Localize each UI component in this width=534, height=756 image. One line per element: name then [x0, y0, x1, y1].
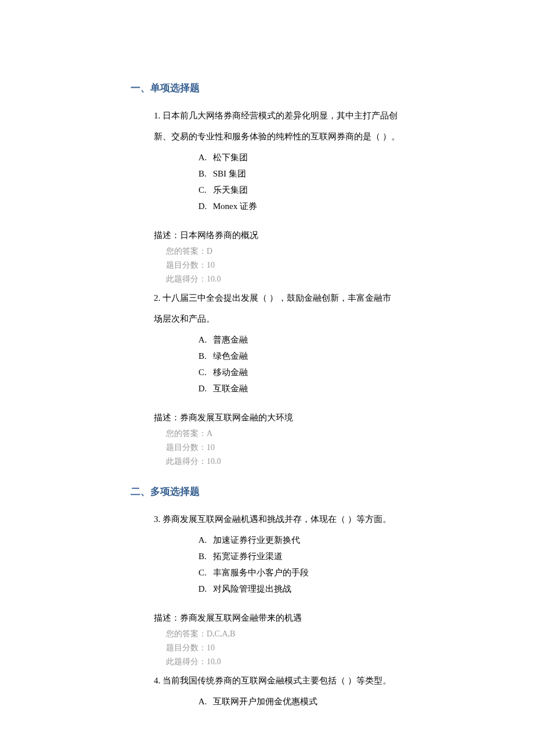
q1-description: 描述：日本网络券商的概况: [154, 227, 534, 243]
q3-option-a: A. 加速证券行业更新换代: [194, 532, 534, 548]
q1-your-answer: 您的答案：D: [166, 244, 534, 258]
opt-letter-d: D.: [194, 581, 211, 597]
section-1-heading: 一、单项选择题: [131, 81, 534, 95]
q4-text: 4. 当前我国传统券商的互联网金融模式主要包括（ ）等类型。: [154, 672, 400, 689]
q3-meta: 您的答案：D,C,A,B 题目分数：10 此题得分：10.0: [166, 627, 534, 669]
opt-letter-d: D.: [194, 380, 211, 397]
q1-option-c: C. 乐天集团: [194, 182, 534, 198]
q2-option-c-text: 移动金融: [213, 368, 248, 377]
q2-option-c: C. 移动金融: [194, 364, 534, 380]
q2-got: 此题得分：10.0: [166, 455, 534, 469]
section-2-heading: 二、多项选择题: [131, 485, 534, 498]
opt-letter-c: C.: [194, 564, 211, 581]
q1-option-d-text: Monex 证券: [213, 201, 257, 211]
q3-your-answer: 您的答案：D,C,A,B: [166, 627, 534, 641]
q1-score: 题目分数：10: [166, 258, 534, 272]
q2-option-b: B. 绿色金融: [194, 348, 534, 364]
q3-option-b: B. 拓宽证券行业渠道: [194, 548, 534, 564]
q1-option-d: D. Monex 证券: [194, 198, 534, 214]
q3-option-d: D. 对风险管理提出挑战: [194, 581, 534, 597]
opt-letter-a: A.: [194, 693, 211, 710]
q1-options: A. 松下集团 B. SBI 集团 C. 乐天集团 D. Monex 证券: [194, 149, 534, 214]
q1-option-b-text: SBI 集团: [213, 169, 246, 178]
q3-description: 描述：券商发展互联网金融带来的机遇: [154, 610, 534, 626]
q2-description: 描述：券商发展互联网金融的大环境: [154, 409, 534, 426]
q2-option-b-text: 绿色金融: [213, 351, 248, 361]
q2-meta: 您的答案：A 题目分数：10 此题得分：10.0: [166, 427, 534, 469]
q3-option-a-text: 加速证券行业更新换代: [213, 535, 300, 545]
q3-got: 此题得分：10.0: [166, 655, 534, 669]
q1-text-line1: 1. 日本前几大网络券商经营模式的差异化明显，其中主打产品创: [154, 107, 400, 124]
q3-option-b-text: 拓宽证券行业渠道: [213, 552, 283, 561]
quiz-document: 一、单项选择题 1. 日本前几大网络券商经营模式的差异化明显，其中主打产品创 新…: [0, 0, 534, 737]
q3-options: A. 加速证券行业更新换代 B. 拓宽证券行业渠道 C. 丰富服务中小客户的手段…: [194, 532, 534, 597]
q2-option-a-text: 普惠金融: [213, 335, 248, 344]
q2-options: A. 普惠金融 B. 绿色金融 C. 移动金融 D. 互联金融: [194, 332, 534, 397]
q4-option-a: A. 互联网开户加佣金优惠模式: [194, 693, 534, 710]
q2-option-a: A. 普惠金融: [194, 332, 534, 348]
q1-option-a-text: 松下集团: [213, 153, 248, 162]
q4-options: A. 互联网开户加佣金优惠模式: [194, 693, 534, 710]
opt-letter-d: D.: [194, 198, 211, 214]
opt-letter-a: A.: [194, 332, 211, 348]
opt-letter-b: B.: [194, 348, 211, 364]
q3-text: 3. 券商发展互联网金融机遇和挑战并存，体现在（ ）等方面。: [154, 511, 400, 527]
q1-option-a: A. 松下集团: [194, 149, 534, 165]
q3-score: 题目分数：10: [166, 641, 534, 655]
q3-option-c: C. 丰富服务中小客户的手段: [194, 564, 534, 581]
q2-score: 题目分数：10: [166, 441, 534, 455]
opt-letter-c: C.: [194, 364, 211, 380]
q2-text-line1: 2. 十八届三中全会提出发展（ ），鼓励金融创新，丰富金融市: [154, 290, 400, 306]
opt-letter-b: B.: [194, 165, 211, 182]
q1-option-c-text: 乐天集团: [213, 185, 248, 195]
q1-text-line2: 新、交易的专业性和服务体验的纯粹性的互联网券商的是（ ）。: [154, 128, 400, 145]
q1-got: 此题得分：10.0: [166, 272, 534, 286]
q2-your-answer: 您的答案：A: [166, 427, 534, 441]
q3-option-d-text: 对风险管理提出挑战: [213, 584, 291, 593]
opt-letter-a: A.: [194, 532, 211, 548]
q1-option-b: B. SBI 集团: [194, 165, 534, 182]
opt-letter-c: C.: [194, 182, 211, 198]
q2-option-d-text: 互联金融: [213, 384, 248, 393]
q2-option-d: D. 互联金融: [194, 380, 534, 397]
q2-text-line2: 场层次和产品。: [154, 311, 400, 327]
q1-meta: 您的答案：D 题目分数：10 此题得分：10.0: [166, 244, 534, 286]
q3-option-c-text: 丰富服务中小客户的手段: [213, 568, 309, 577]
opt-letter-a: A.: [194, 149, 211, 165]
opt-letter-b: B.: [194, 548, 211, 564]
q4-option-a-text: 互联网开户加佣金优惠模式: [213, 697, 317, 706]
